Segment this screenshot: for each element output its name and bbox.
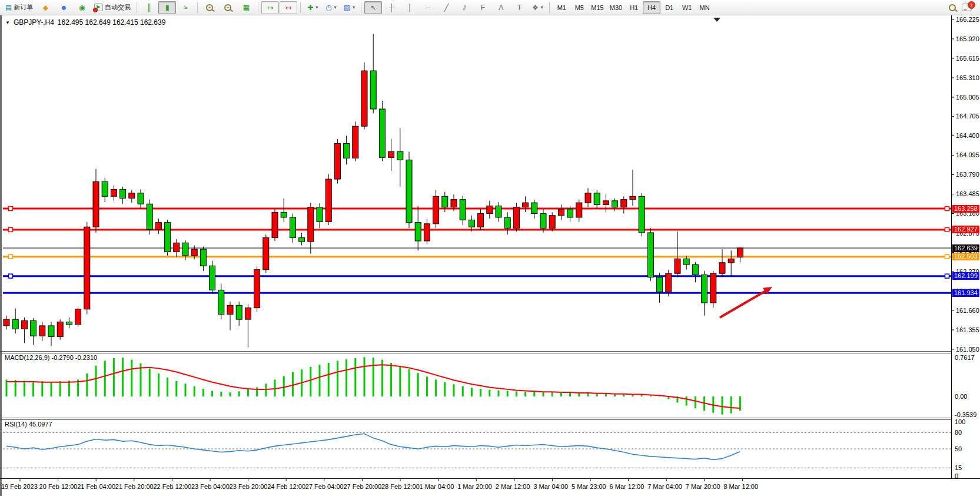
candle[interactable]	[639, 196, 645, 233]
tile-windows-button[interactable]: ▦	[237, 1, 255, 14]
text-tool-button[interactable]: A	[492, 1, 510, 14]
candle[interactable]	[683, 259, 689, 264]
chart-canvas[interactable]	[0, 15, 980, 496]
candle[interactable]	[84, 227, 90, 309]
candle[interactable]	[227, 305, 233, 314]
candle[interactable]	[702, 275, 707, 303]
candle[interactable]	[621, 200, 627, 207]
candle[interactable]	[210, 266, 215, 290]
line-handle[interactable]	[945, 274, 949, 278]
candle[interactable]	[361, 71, 367, 126]
candle[interactable]	[12, 319, 18, 329]
line-handle[interactable]	[9, 254, 13, 259]
candle[interactable]	[612, 201, 618, 207]
candle[interactable]	[460, 200, 466, 220]
indicators-button[interactable]: ✚ ▾	[304, 1, 321, 14]
text-label-tool-button[interactable]: T	[510, 1, 528, 14]
chart-shift-button[interactable]: ↤	[280, 1, 297, 14]
candle[interactable]	[576, 203, 582, 217]
candle[interactable]	[451, 200, 457, 207]
crosshair-tool-button[interactable]: ┼	[383, 1, 400, 14]
candle[interactable]	[4, 319, 9, 326]
candle[interactable]	[39, 326, 45, 336]
vertical-line-tool-button[interactable]: │	[401, 1, 418, 14]
candlestick-chart-button[interactable]: ▮	[158, 1, 176, 14]
candle[interactable]	[504, 217, 510, 228]
candle[interactable]	[102, 181, 108, 196]
candle[interactable]	[442, 196, 448, 207]
arrow-annotation[interactable]	[720, 290, 768, 318]
candle[interactable]	[254, 270, 260, 308]
candle[interactable]	[406, 160, 412, 223]
candle[interactable]	[719, 263, 725, 273]
candle[interactable]	[692, 264, 698, 275]
candle[interactable]	[245, 308, 251, 319]
candle[interactable]	[165, 223, 171, 252]
search-icon[interactable]	[949, 4, 956, 11]
candle[interactable]	[155, 223, 161, 230]
tab-timeframe-h1[interactable]: H1	[625, 1, 643, 14]
package-button[interactable]: ◆	[36, 1, 54, 14]
line-chart-button[interactable]: ≈	[177, 1, 194, 14]
candle[interactable]	[191, 249, 197, 256]
candle[interactable]	[728, 259, 734, 262]
candle[interactable]	[174, 243, 180, 252]
candle[interactable]	[603, 201, 609, 204]
tab-timeframe-m15[interactable]: M15	[588, 1, 606, 14]
candle[interactable]	[263, 238, 269, 270]
candle[interactable]	[308, 207, 314, 242]
candle[interactable]	[111, 189, 117, 196]
candle[interactable]	[218, 290, 224, 314]
channel-tool-button[interactable]: ⫽	[456, 1, 473, 14]
candle[interactable]	[129, 193, 135, 199]
signals-button[interactable]: ◉	[73, 1, 91, 14]
market-watch-button[interactable]: ☻	[55, 1, 72, 14]
candle[interactable]	[281, 212, 287, 217]
candle[interactable]	[200, 249, 206, 266]
candle[interactable]	[424, 224, 430, 241]
tab-timeframe-d1[interactable]: D1	[660, 1, 678, 14]
candle[interactable]	[710, 273, 716, 303]
candle[interactable]	[325, 179, 331, 222]
window-menu-triangle-icon[interactable]: ▼	[5, 20, 10, 25]
zoom-out-button[interactable]: −	[219, 1, 237, 14]
candle[interactable]	[147, 204, 152, 229]
arrows-tool-button[interactable]: ❖ ▾	[529, 1, 546, 14]
fibonacci-tool-button[interactable]: F	[474, 1, 491, 14]
candle[interactable]	[523, 203, 529, 207]
zoom-in-button[interactable]: +	[201, 1, 218, 14]
cursor-tool-button[interactable]: ↖	[364, 1, 382, 14]
candle[interactable]	[594, 193, 600, 204]
tab-timeframe-mn[interactable]: MN	[696, 1, 713, 14]
candle[interactable]	[433, 196, 439, 224]
line-handle[interactable]	[945, 227, 949, 232]
candle[interactable]	[478, 213, 484, 227]
candle[interactable]	[93, 181, 99, 227]
candle[interactable]	[531, 203, 537, 213]
candle[interactable]	[630, 196, 636, 199]
candle[interactable]	[415, 223, 421, 241]
candle[interactable]	[737, 248, 743, 257]
candle[interactable]	[469, 220, 474, 227]
candle[interactable]	[657, 277, 663, 292]
candle[interactable]	[31, 320, 36, 336]
candle[interactable]	[290, 217, 295, 238]
tab-timeframe-m30[interactable]: M30	[607, 1, 625, 14]
candle[interactable]	[379, 109, 385, 157]
templates-button[interactable]: ▧ ▾	[340, 1, 358, 14]
candle[interactable]	[272, 212, 278, 237]
candle[interactable]	[647, 233, 653, 277]
line-handle[interactable]	[9, 274, 13, 278]
line-handle[interactable]	[945, 207, 949, 211]
candle[interactable]	[353, 126, 358, 158]
line-handle[interactable]	[945, 254, 949, 259]
line-handle[interactable]	[9, 207, 13, 211]
candle[interactable]	[388, 152, 394, 158]
new-order-button[interactable]: ▤ 新订单	[2, 1, 36, 14]
candle[interactable]	[558, 209, 564, 216]
candle[interactable]	[66, 322, 72, 324]
candle[interactable]	[397, 152, 403, 160]
candle[interactable]	[496, 206, 501, 217]
candle[interactable]	[120, 189, 126, 198]
candle[interactable]	[299, 238, 305, 242]
